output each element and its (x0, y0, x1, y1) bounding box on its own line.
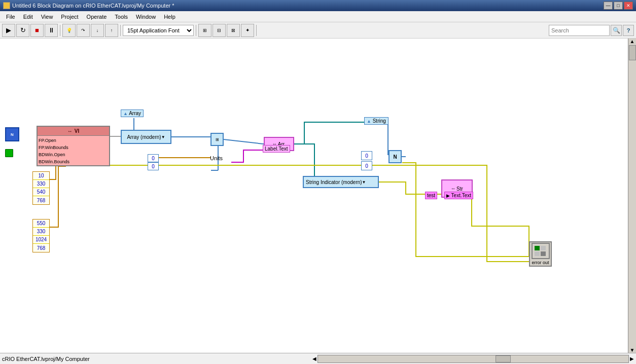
cleanup-button[interactable]: ✦ (241, 24, 254, 37)
left-const-group2: 550 330 1024 768 (32, 219, 50, 252)
array-label: ▲ Array (121, 110, 144, 117)
eg-dark (541, 251, 546, 256)
num-box-2: 0 (361, 161, 372, 170)
help-button[interactable]: ? (623, 25, 634, 36)
eg-gray2 (535, 251, 540, 256)
menu-project[interactable]: Project (57, 13, 82, 21)
left-const-group1: 10 330 540 768 (32, 171, 50, 205)
const-550: 550 (33, 220, 49, 228)
scrollbar-h-thumb[interactable] (496, 355, 511, 362)
error-out-grid (535, 246, 547, 256)
align-button[interactable]: ⊞ (198, 24, 211, 37)
separator4 (256, 25, 257, 36)
highlight-execution-button[interactable]: 💡 (62, 24, 76, 37)
vi-node-title: ↔ VI (38, 127, 109, 136)
str-icon: ↔ (451, 186, 455, 191)
menu-window[interactable]: Window (132, 13, 160, 21)
num-const-zero-1: 0 (148, 154, 159, 162)
close-button[interactable]: ✕ (624, 2, 633, 10)
num-const-zero-2: 0 (148, 162, 159, 170)
main-area: N ↔ VI FP.Open FP.WinBounds BDWin.Open B… (0, 39, 636, 353)
search-input[interactable] (549, 25, 610, 36)
toolbar: ▶ ↻ ■ ⏸ 💡 ↷ ↓ ↑ 15pt Application Font ⊞ … (0, 22, 636, 39)
error-out-icon (532, 243, 550, 259)
text-text-label: ▶ Text.Text (444, 192, 473, 199)
status-text: cRIO EtherCAT.lvproj/My Computer (2, 356, 312, 362)
menu-operate[interactable]: Operate (83, 13, 111, 21)
separator3 (196, 25, 196, 36)
const-row-1: 10 330 540 768 (32, 171, 50, 205)
menu-view[interactable]: View (37, 13, 57, 21)
scrollbar-v-thumb[interactable] (629, 45, 636, 60)
step-out-button[interactable]: ↑ (105, 24, 118, 37)
vi-node-ports: FP.Open FP.WinBounds BDWin.Open BDWin.Bo… (38, 136, 109, 165)
string-indicator-dropdown-arrow[interactable]: ▼ (362, 180, 366, 185)
error-out: error out (529, 241, 552, 267)
separator1 (60, 25, 60, 36)
small-indicator (5, 149, 13, 157)
vi-node[interactable]: ↔ VI FP.Open FP.WinBounds BDWin.Open BDW… (37, 126, 110, 166)
units-label: Units (210, 155, 223, 161)
pause-button[interactable]: ⏸ (45, 24, 58, 37)
status-bar: cRIO EtherCAT.lvproj/My Computer ◀ ▶ (0, 353, 636, 364)
const-768b: 768 (33, 244, 49, 252)
distribute-button[interactable]: ⊟ (213, 24, 226, 37)
bdwin-open-port: BDWin.Open (39, 152, 65, 157)
run-button[interactable]: ▶ (2, 24, 15, 37)
scrollbar-vertical[interactable]: ▲ ▼ (628, 39, 636, 353)
canvas[interactable]: N ↔ VI FP.Open FP.WinBounds BDWin.Open B… (0, 39, 628, 353)
const-1024: 1024 (33, 236, 49, 244)
status-arrow: ◀ (312, 356, 316, 361)
menu-bar: File Edit View Project Operate Tools Win… (0, 11, 636, 22)
menu-tools[interactable]: Tools (111, 13, 132, 21)
reorder-button[interactable]: ⊠ (227, 24, 240, 37)
lv-icon: N (5, 127, 19, 141)
menu-edit[interactable]: Edit (19, 13, 37, 21)
const-330b: 330 (33, 228, 49, 236)
const-540: 540 (33, 188, 49, 196)
menu-file[interactable]: File (2, 13, 19, 21)
search-icon[interactable]: 🔍 (611, 25, 622, 36)
run-continuously-button[interactable]: ↻ (16, 24, 29, 37)
error-out-label: error out (532, 260, 549, 265)
string-indicator[interactable]: String Indicator (modern) ▼ (303, 176, 379, 188)
test-label: test (425, 192, 437, 199)
scroll-right-arrow[interactable]: ▶ (630, 356, 634, 361)
scroll-up-arrow[interactable]: ▲ (630, 39, 635, 44)
const-10: 10 (33, 172, 49, 180)
title-bar: Untitled 6 Block Diagram on cRIO EtherCA… (0, 0, 636, 11)
svg-line-6 (224, 139, 264, 144)
array-dropdown-arrow[interactable]: ▼ (161, 135, 165, 139)
n-node[interactable]: N (388, 150, 402, 163)
font-selector[interactable]: 15pt Application Font (123, 25, 194, 36)
const-330: 330 (33, 180, 49, 188)
const-row-2: 550 330 1024 768 (32, 219, 50, 252)
label-text-node: Label.Text (263, 145, 290, 153)
array-node[interactable]: Array (modern) ▼ (121, 130, 171, 144)
step-into-button[interactable]: ↓ (91, 24, 104, 37)
maximize-button[interactable]: □ (614, 2, 623, 10)
fp-winbounds-port: FP.WinBounds (39, 145, 68, 150)
bdwin-bounds-port: BDWin.Bounds (39, 159, 69, 164)
const-768: 768 (33, 196, 49, 204)
scrollbar-horizontal[interactable] (317, 355, 629, 363)
step-over-button[interactable]: ↷ (77, 24, 90, 37)
abort-button[interactable]: ■ (30, 24, 44, 37)
minimize-button[interactable]: — (604, 2, 613, 10)
fp-open-port: FP.Open (39, 138, 56, 143)
title-bar-buttons: — □ ✕ (604, 2, 633, 10)
num-node-group: 0 0 (361, 151, 372, 170)
separator2 (120, 25, 121, 36)
scroll-down-arrow[interactable]: ▼ (630, 347, 635, 353)
menu-help[interactable]: Help (160, 13, 180, 21)
eg-green (535, 246, 540, 250)
string-label: ▲ String (364, 117, 388, 125)
num-box-1: 0 (361, 151, 372, 160)
array-func-icon: ⊞ (216, 137, 219, 142)
wire-layer (0, 39, 628, 353)
title-bar-text: Untitled 6 Block Diagram on cRIO EtherCA… (12, 3, 604, 9)
eg-gray1 (541, 246, 546, 250)
title-bar-icon (3, 2, 10, 9)
array-func-node[interactable]: ⊞ (210, 133, 224, 146)
